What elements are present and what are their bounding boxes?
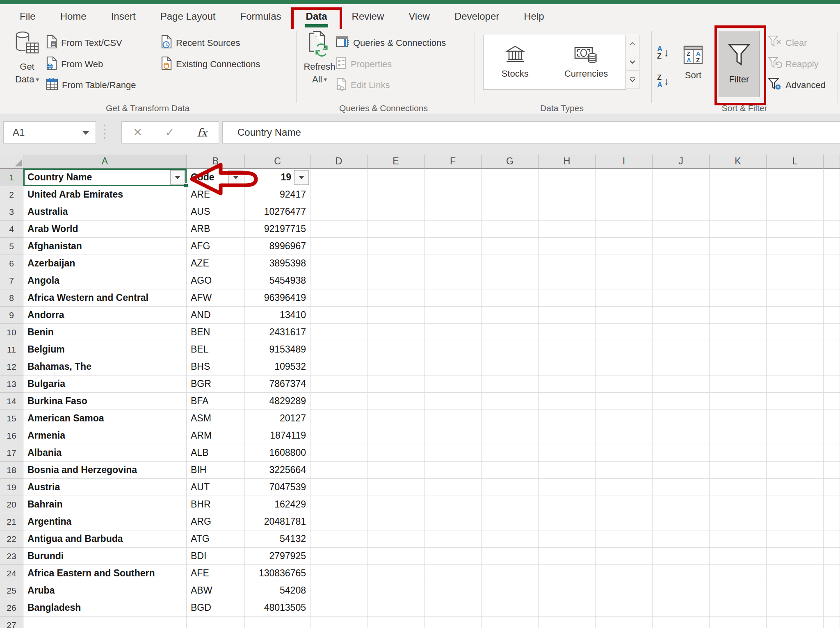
cell-code[interactable]: BDI (187, 548, 245, 565)
empty-cell[interactable] (310, 203, 368, 221)
empty-cell[interactable] (539, 272, 596, 289)
empty-cell[interactable] (368, 479, 425, 496)
empty-cell[interactable] (425, 203, 482, 221)
empty-cell[interactable] (539, 393, 596, 410)
empty-cell[interactable] (539, 479, 596, 496)
empty-cell[interactable] (710, 341, 767, 358)
empty-cell[interactable] (596, 548, 653, 565)
filter-button[interactable]: Filter (719, 31, 760, 97)
column-header-g[interactable]: G (482, 155, 539, 169)
empty-cell[interactable] (767, 221, 824, 238)
from-text-csv-button[interactable]: From Text/CSV (46, 34, 122, 52)
cell-value[interactable]: 2431617 (245, 324, 310, 341)
empty-cell[interactable] (596, 272, 653, 289)
tab-view[interactable]: View (396, 4, 442, 29)
cell-country[interactable]: Africa Eastern and Southern (23, 565, 187, 582)
empty-cell[interactable] (596, 582, 653, 599)
empty-cell[interactable] (596, 221, 653, 238)
cell-value[interactable]: 54208 (245, 582, 310, 599)
empty-cell[interactable] (368, 462, 425, 479)
row-header[interactable]: 3 (0, 203, 23, 221)
empty-cell[interactable] (767, 496, 824, 513)
empty-cell[interactable] (596, 393, 653, 410)
empty-cell[interactable] (653, 358, 710, 375)
empty-cell[interactable] (539, 496, 596, 513)
empty-cell[interactable] (368, 341, 425, 358)
row-header[interactable]: 11 (0, 341, 23, 358)
empty-cell[interactable] (310, 341, 368, 358)
empty-cell[interactable] (482, 221, 539, 238)
cell-code[interactable]: BIH (187, 462, 245, 479)
empty-cell[interactable] (596, 513, 653, 530)
empty-cell[interactable] (482, 513, 539, 530)
empty-cell[interactable] (425, 272, 482, 289)
fill-handle[interactable] (184, 183, 188, 188)
empty-cell[interactable] (539, 358, 596, 375)
cell-value[interactable]: 7047539 (245, 479, 310, 496)
cell-country[interactable]: Belgium (23, 341, 187, 358)
empty-cell[interactable] (368, 565, 425, 582)
empty-cell[interactable] (310, 289, 368, 307)
empty-cell[interactable] (368, 513, 425, 530)
empty-cell[interactable] (710, 599, 767, 617)
empty-cell[interactable] (425, 530, 482, 548)
empty-cell[interactable] (767, 599, 824, 617)
filter-dropdown-country[interactable] (170, 170, 185, 185)
empty-cell[interactable] (310, 358, 368, 375)
empty-cell[interactable] (368, 238, 425, 255)
enter-icon[interactable]: ✓ (165, 126, 174, 139)
empty-cell[interactable] (824, 513, 840, 530)
empty-cell[interactable] (310, 238, 368, 255)
empty-cell[interactable] (310, 427, 368, 444)
empty-cell[interactable] (482, 462, 539, 479)
tab-data[interactable]: Data (294, 4, 340, 29)
empty-cell[interactable] (653, 255, 710, 272)
column-header-k[interactable]: K (710, 155, 767, 169)
empty-cell[interactable] (425, 393, 482, 410)
empty-cell[interactable] (767, 375, 824, 393)
empty-cell[interactable] (767, 169, 824, 186)
empty-cell[interactable] (368, 599, 425, 617)
column-header-c[interactable]: C (245, 155, 310, 169)
cell-code[interactable]: BGD (187, 599, 245, 617)
empty-cell[interactable] (425, 221, 482, 238)
cell-code[interactable]: AZE (187, 255, 245, 272)
cell-b1[interactable]: Code (187, 169, 245, 186)
cell-code[interactable]: AUS (187, 203, 245, 221)
column-header-i[interactable]: I (596, 155, 653, 169)
empty-cell[interactable] (710, 410, 767, 427)
empty-cell[interactable] (368, 548, 425, 565)
empty-cell[interactable] (653, 410, 710, 427)
empty-cell[interactable] (767, 582, 824, 599)
empty-cell[interactable] (539, 513, 596, 530)
empty-cell[interactable] (596, 479, 653, 496)
cell-code[interactable]: AFE (187, 565, 245, 582)
column-header-f[interactable]: F (425, 155, 482, 169)
column-header-e[interactable]: E (368, 155, 425, 169)
cell-country[interactable]: American Samoa (23, 410, 187, 427)
empty-cell[interactable] (539, 462, 596, 479)
empty-cell[interactable] (824, 393, 840, 410)
empty-cell[interactable] (310, 255, 368, 272)
empty-cell[interactable] (310, 410, 368, 427)
empty-cell[interactable] (824, 427, 840, 444)
empty-cell[interactable] (710, 238, 767, 255)
row-header[interactable]: 2 (0, 186, 23, 203)
empty-cell[interactable] (482, 375, 539, 393)
empty-cell[interactable] (596, 169, 653, 186)
row-header[interactable]: 21 (0, 513, 23, 530)
empty-cell[interactable] (596, 186, 653, 203)
empty-cell[interactable] (653, 462, 710, 479)
row-header[interactable]: 22 (0, 530, 23, 548)
cell-code[interactable]: AFG (187, 238, 245, 255)
currencies-button[interactable]: Currencies (564, 46, 608, 79)
empty-cell[interactable] (368, 444, 425, 462)
cell-value[interactable]: 130836765 (245, 565, 310, 582)
empty-cell[interactable] (482, 565, 539, 582)
tab-page-layout[interactable]: Page Layout (148, 4, 228, 29)
empty-cell[interactable] (539, 289, 596, 307)
row-header[interactable]: 24 (0, 565, 23, 582)
cell-value[interactable]: 162429 (245, 496, 310, 513)
empty-cell[interactable] (596, 410, 653, 427)
empty-cell[interactable] (539, 617, 596, 628)
